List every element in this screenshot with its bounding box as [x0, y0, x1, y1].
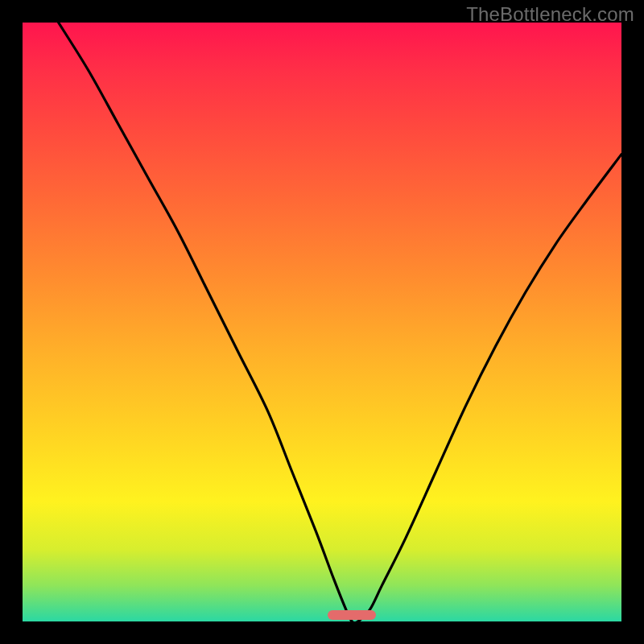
watermark-text: TheBottleneck.com	[466, 3, 634, 26]
curve-svg	[23, 23, 621, 621]
plot-area	[23, 23, 621, 621]
bottleneck-curve	[59, 23, 621, 621]
optimal-range-marker	[328, 610, 376, 620]
chart-frame: TheBottleneck.com	[0, 0, 644, 644]
